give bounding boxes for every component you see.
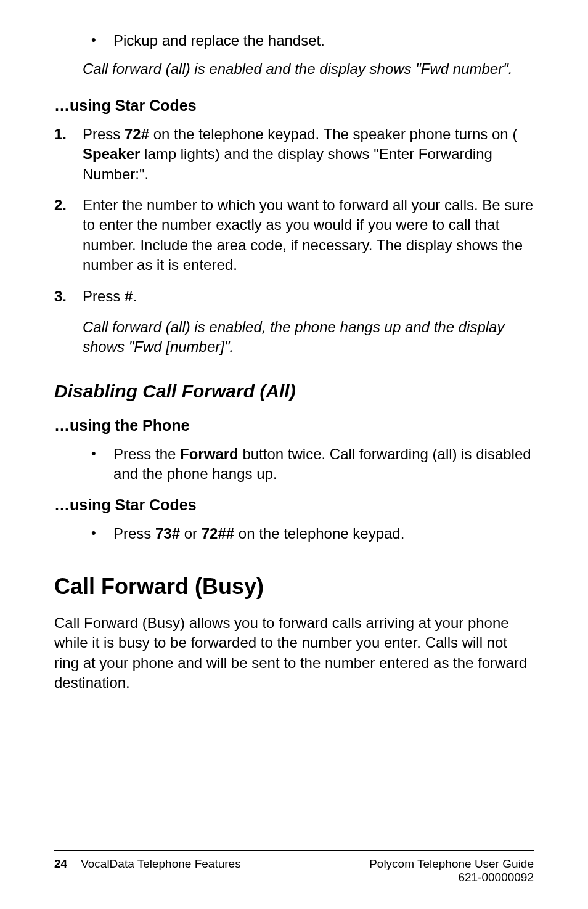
list-item: Press the Forward button twice. Call for… xyxy=(91,444,534,484)
step-text: Press #. xyxy=(83,288,137,304)
footer-left: 24 VocalData Telephone Features xyxy=(54,857,241,884)
footer-right: Polycom Telephone User Guide 621-0000009… xyxy=(369,857,534,884)
heading-call-forward-busy: Call Forward (Busy) xyxy=(54,574,534,600)
bullet-text: Press the Forward button twice. Call for… xyxy=(113,446,531,482)
footer: 24 VocalData Telephone Features Polycom … xyxy=(54,850,534,884)
bullet-list-press73: Press 73# or 72## on the telephone keypa… xyxy=(54,524,534,544)
bullet-list-pickup: Pickup and replace the handset. xyxy=(54,31,534,51)
footer-right-line2: 621-00000092 xyxy=(369,871,534,884)
list-item: Press 73# or 72## on the telephone keypa… xyxy=(91,524,534,544)
footer-left-text: VocalData Telephone Features xyxy=(81,857,241,884)
footer-right-line1: Polycom Telephone User Guide xyxy=(369,857,534,871)
italic-note-enabled-fwd-number: Call forward (all) is enabled and the di… xyxy=(83,59,534,79)
page-number: 24 xyxy=(54,857,67,884)
page: Pickup and replace the handset. Call for… xyxy=(0,0,588,909)
step-number: 2. xyxy=(54,195,67,215)
list-item: 1. Press 72# on the telephone keypad. Th… xyxy=(54,124,534,184)
bullet-text: Pickup and replace the handset. xyxy=(113,32,325,49)
paragraph-busy-desc: Call Forward (Busy) allows you to forwar… xyxy=(54,613,534,693)
heading-star-codes-1: …using Star Codes xyxy=(54,97,534,115)
italic-note-hangs-up: Call forward (all) is enabled, the phone… xyxy=(83,317,534,357)
content: Pickup and replace the handset. Call for… xyxy=(54,31,534,850)
step-text: Enter the number to which you want to fo… xyxy=(83,197,533,273)
list-item: Pickup and replace the handset. xyxy=(91,31,534,51)
list-item: 3. Press #. xyxy=(54,287,534,306)
heading-using-phone: …using the Phone xyxy=(54,417,534,434)
bullet-text: Press 73# or 72## on the telephone keypa… xyxy=(113,525,404,542)
step-number: 3. xyxy=(54,287,67,306)
bullet-list-forward: Press the Forward button twice. Call for… xyxy=(54,444,534,484)
step-number: 1. xyxy=(54,124,67,144)
heading-disabling-cfa: Disabling Call Forward (All) xyxy=(54,381,534,402)
heading-star-codes-2: …using Star Codes xyxy=(54,496,534,514)
numbered-list-star-enable: 1. Press 72# on the telephone keypad. Th… xyxy=(54,124,534,306)
step-text: Press 72# on the telephone keypad. The s… xyxy=(83,126,517,182)
list-item: 2. Enter the number to which you want to… xyxy=(54,195,534,275)
